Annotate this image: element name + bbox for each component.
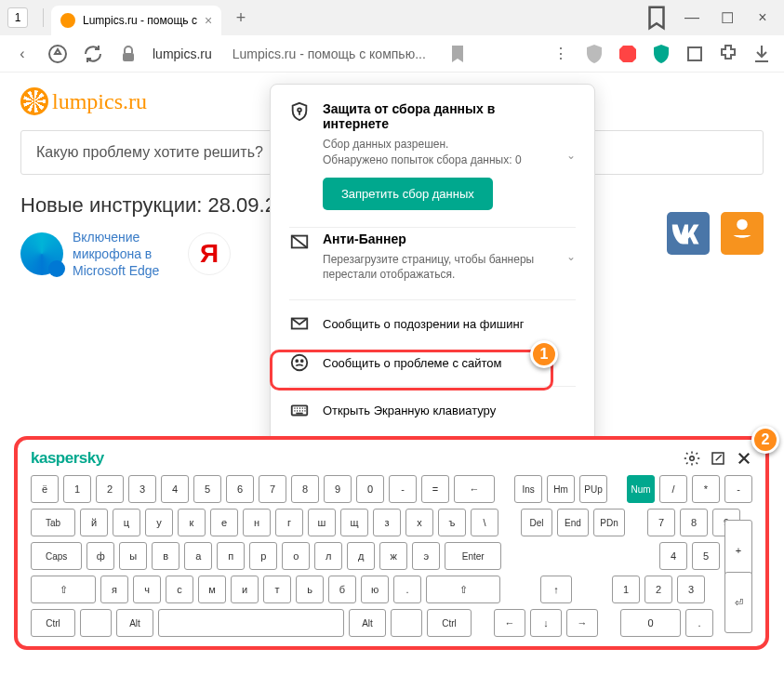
key-←[interactable]: ← xyxy=(494,609,525,637)
key-б[interactable]: б xyxy=(328,576,356,603)
puzzle-icon[interactable] xyxy=(684,43,706,65)
key-Caps[interactable]: Caps xyxy=(31,542,82,570)
key-→[interactable]: → xyxy=(566,609,598,637)
key-=[interactable]: = xyxy=(421,475,449,503)
key-.[interactable]: . xyxy=(685,609,713,637)
key-↓[interactable]: ↓ xyxy=(530,609,562,637)
key-space[interactable] xyxy=(80,609,112,637)
key-⇧[interactable]: ⇧ xyxy=(31,576,96,603)
key-у[interactable]: у xyxy=(145,509,173,536)
settings-gear-icon[interactable] xyxy=(684,450,700,467)
vk-button[interactable] xyxy=(667,212,710,255)
block-data-button[interactable]: Запретить сбор данных xyxy=(323,178,493,210)
key-6[interactable]: 6 xyxy=(226,475,254,503)
key-3[interactable]: 3 xyxy=(677,576,705,603)
key-ы[interactable]: ы xyxy=(119,542,147,570)
key--[interactable]: - xyxy=(389,475,417,503)
extensions-icon[interactable] xyxy=(717,43,739,65)
key-.[interactable]: . xyxy=(393,576,421,603)
key-м[interactable]: м xyxy=(198,576,226,603)
key-т[interactable]: т xyxy=(263,576,291,603)
key-Tab[interactable]: Tab xyxy=(31,509,75,536)
close-tab-icon[interactable]: × xyxy=(205,13,212,28)
key-4[interactable]: 4 xyxy=(659,542,687,570)
key-о[interactable]: о xyxy=(282,542,310,570)
key-л[interactable]: л xyxy=(314,542,342,570)
key-я[interactable]: я xyxy=(100,576,128,603)
key-и[interactable]: и xyxy=(231,576,259,603)
adblock-icon[interactable] xyxy=(617,43,639,65)
key-/[interactable]: / xyxy=(659,475,687,503)
key-Ins[interactable]: Ins xyxy=(514,475,542,503)
key-п[interactable]: п xyxy=(217,542,245,570)
report-phishing-item[interactable]: Сообщить о подозрении на фишинг xyxy=(289,304,576,343)
shield-grey-icon[interactable] xyxy=(583,43,605,65)
key-7[interactable]: 7 xyxy=(259,475,286,503)
key-д[interactable]: д xyxy=(347,542,375,570)
key-End[interactable]: End xyxy=(557,509,589,536)
open-keyboard-item[interactable]: Открыть Экранную клавиатуру xyxy=(289,390,576,430)
kaspersky-shield-icon[interactable] xyxy=(650,43,672,65)
key-3[interactable]: 3 xyxy=(128,475,156,503)
key-ц[interactable]: ц xyxy=(113,509,140,536)
key-5[interactable]: 5 xyxy=(193,475,221,503)
key-а[interactable]: а xyxy=(184,542,212,570)
key--[interactable]: - xyxy=(724,475,752,503)
key-з[interactable]: з xyxy=(373,509,401,536)
key-х[interactable]: х xyxy=(405,509,433,536)
key-в[interactable]: в xyxy=(152,542,179,570)
key-2[interactable]: 2 xyxy=(96,475,124,503)
key-Alt[interactable]: Alt xyxy=(349,609,386,637)
close-window-icon[interactable]: × xyxy=(749,4,777,32)
key-2[interactable]: 2 xyxy=(644,576,672,603)
back-icon[interactable]: ‹ xyxy=(11,43,33,65)
key-4[interactable]: 4 xyxy=(161,475,189,503)
key-⏎[interactable]: ⏎ xyxy=(724,572,752,633)
key-г[interactable]: г xyxy=(275,509,303,536)
key-Num[interactable]: Num xyxy=(627,475,655,503)
key-ё[interactable]: ё xyxy=(31,475,59,503)
key-PDn[interactable]: PDn xyxy=(593,509,625,536)
url-field[interactable]: lumpics.ru Lumpics.ru - помощь с компью.… xyxy=(153,40,426,68)
maximize-icon[interactable]: ☐ xyxy=(713,4,741,32)
key-0[interactable]: 0 xyxy=(356,475,384,503)
key-Alt[interactable]: Alt xyxy=(116,609,153,637)
key-⇧[interactable]: ⇧ xyxy=(426,576,500,603)
key-к[interactable]: к xyxy=(178,509,206,536)
key-ъ[interactable]: ъ xyxy=(438,509,466,536)
key-space[interactable] xyxy=(158,609,344,637)
key-8[interactable]: 8 xyxy=(680,509,708,536)
key-8[interactable]: 8 xyxy=(291,475,319,503)
key-0[interactable]: 0 xyxy=(620,609,681,637)
key-ю[interactable]: ю xyxy=(361,576,389,603)
bookmark-star-icon[interactable] xyxy=(643,4,671,32)
reload-icon[interactable] xyxy=(82,43,104,65)
key-*[interactable]: * xyxy=(692,475,720,503)
key-ф[interactable]: ф xyxy=(86,542,114,570)
key-1[interactable]: 1 xyxy=(63,475,91,503)
lock-icon[interactable] xyxy=(117,43,140,65)
browser-tab[interactable]: Lumpics.ru - помощь с × xyxy=(51,6,221,35)
edit-icon[interactable] xyxy=(710,450,726,467)
home-icon[interactable] xyxy=(47,43,69,65)
key-щ[interactable]: щ xyxy=(340,509,368,536)
key-Enter[interactable]: Enter xyxy=(445,542,501,570)
key-е[interactable]: е xyxy=(210,509,238,536)
key-←[interactable]: ← xyxy=(454,475,495,503)
chevron-down-icon[interactable]: ⌄ xyxy=(566,149,576,162)
key-ж[interactable]: ж xyxy=(379,542,407,570)
close-keyboard-icon[interactable] xyxy=(736,450,752,467)
article-card-edge[interactable]: Включение микрофона в Microsoft Edge xyxy=(20,229,175,280)
key-э[interactable]: э xyxy=(412,542,440,570)
bookmark-icon[interactable] xyxy=(446,43,469,65)
key-Ctrl[interactable]: Ctrl xyxy=(31,609,75,637)
key-ь[interactable]: ь xyxy=(296,576,324,603)
yandex-icon[interactable]: Я xyxy=(188,232,231,275)
key-ч[interactable]: ч xyxy=(133,576,161,603)
key-9[interactable]: 9 xyxy=(324,475,352,503)
key-р[interactable]: р xyxy=(249,542,277,570)
key-н[interactable]: н xyxy=(243,509,271,536)
new-tab-button[interactable]: + xyxy=(229,6,253,30)
download-icon[interactable] xyxy=(751,43,773,65)
chevron-down-icon[interactable]: ⌄ xyxy=(566,250,576,263)
